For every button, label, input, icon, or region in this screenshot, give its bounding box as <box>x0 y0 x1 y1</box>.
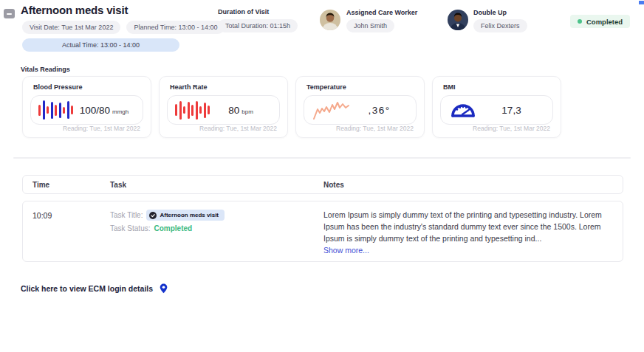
notes-cell: Lorem Ipsum is simply dummy text of the … <box>323 209 610 256</box>
duration-of-visit: Duration of Visit Total Duration: 01:15h <box>218 8 298 32</box>
task-time: 10:09 <box>32 211 52 220</box>
bmi-value: 17,3 <box>501 105 521 116</box>
bmi-reading-date: Reading: Tue, 1st Mar 2022 <box>473 125 550 132</box>
temperature-box: ,36° <box>304 95 417 125</box>
planned-time-badge: Planned Time: 13:00 - 14:00 <box>126 21 225 34</box>
temperature-line-icon <box>312 99 350 121</box>
column-header-time: Time <box>32 181 49 189</box>
heart-rate-reading-date: Reading: Tue, 1st Mar 2022 <box>199 125 277 132</box>
actual-time-badge: Actual Time: 13:00 - 14:00 <box>22 38 179 52</box>
double-up-avatar <box>448 10 468 30</box>
heart-rate-title: Hearth Rate <box>170 83 208 91</box>
heart-rate-unit: bpm <box>242 108 253 115</box>
double-up-label: Double Up <box>473 9 527 16</box>
clipped-corner-element <box>639 1 644 4</box>
ecm-link-text: Click here to view ECM login details <box>21 284 153 293</box>
heart-rate-card: Hearth Rate 80 bpm Reading: Tue, 1st Mar… <box>159 76 288 138</box>
temperature-title: Temperature <box>306 83 346 91</box>
task-cell: Task Title: Afternoon meds visit Task St… <box>110 210 225 236</box>
check-circle-icon <box>149 212 157 219</box>
task-status-label: Task Status: <box>110 224 150 232</box>
blood-pressure-box: 100/80 mmgh <box>30 95 143 125</box>
notes-text: Lorem Ipsum is simply dummy text of the … <box>323 210 602 243</box>
page-title: Afternoon meds visit <box>21 4 128 16</box>
ecm-login-details-link[interactable]: Click here to view ECM login details <box>21 283 168 294</box>
visit-meta-pills: Visit Date: Tue 1st Mar 2022 Planned Tim… <box>22 21 225 34</box>
vitals-section-label: Vitals Readings <box>21 66 70 73</box>
vitals-cards: Blood Pressure 100/80 mmgh Reading: Tue,… <box>22 76 561 138</box>
temperature-value: ,36° <box>368 105 390 116</box>
double-up-name-badge: Felix Dexters <box>473 19 527 32</box>
bmi-card: BMI 17,3 Reading: Tue, 1st Mar 2022 <box>432 76 561 138</box>
section-divider <box>13 157 631 159</box>
visit-date-badge: Visit Date: Tue 1st Mar 2022 <box>22 21 120 34</box>
collapse-button[interactable] <box>4 9 15 18</box>
status-label: Completed <box>586 18 623 26</box>
heart-rate-bars-icon <box>175 99 210 121</box>
status-dot-icon <box>578 19 582 24</box>
care-worker-avatar <box>320 10 340 30</box>
visit-status-badge: Completed <box>570 15 630 28</box>
blood-pressure-value: 100/80 <box>80 105 110 116</box>
location-pin-icon[interactable] <box>160 283 168 294</box>
task-title-text: Afternoon meds visit <box>160 212 219 218</box>
blood-pressure-bars-icon <box>38 99 73 121</box>
temperature-reading-date: Reading: Tue, 1st Mar 2022 <box>336 125 414 132</box>
task-title-badge: Afternoon meds visit <box>146 210 225 221</box>
temperature-card: Temperature ,36° Reading: Tue, 1st Mar 2… <box>295 76 425 138</box>
bmi-box: 17,3 <box>440 95 553 125</box>
blood-pressure-reading-date: Reading: Tue, 1st Mar 2022 <box>63 125 140 132</box>
care-worker-name-badge: John Smith <box>346 19 394 32</box>
double-up: Double Up Felix Dexters <box>473 9 527 32</box>
assigned-care-worker: Assigned Care Worker John Smith <box>346 9 417 32</box>
heart-rate-box: 80 bpm <box>167 95 280 125</box>
heart-rate-value: 80 <box>228 105 239 116</box>
blood-pressure-card: Blood Pressure 100/80 mmgh Reading: Tue,… <box>22 76 151 138</box>
blood-pressure-title: Blood Pressure <box>33 83 83 91</box>
tasks-table-body: 10:09 Task Title: Afternoon meds visit T… <box>22 201 623 262</box>
blood-pressure-unit: mmgh <box>112 108 129 115</box>
column-header-task: Task <box>110 181 126 189</box>
duration-label: Duration of Visit <box>218 8 298 15</box>
show-more-link[interactable]: Show more... <box>323 244 610 256</box>
total-duration-badge: Total Duration: 01:15h <box>218 19 298 32</box>
gauge-icon <box>448 100 478 120</box>
care-worker-label: Assigned Care Worker <box>346 9 417 16</box>
task-status-value: Completed <box>154 224 192 232</box>
bmi-title: BMI <box>443 83 456 91</box>
minus-icon <box>7 13 12 15</box>
tasks-table-header: Time Task Notes <box>22 175 623 194</box>
task-title-label: Task Title: <box>110 211 143 219</box>
column-header-notes: Notes <box>323 181 344 189</box>
